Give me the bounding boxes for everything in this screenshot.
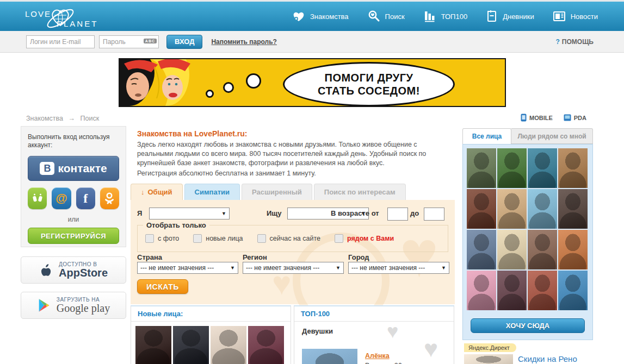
profile-photo[interactable] (558, 189, 588, 229)
social-login-prompt: Выполнить вход используя аккаунт: (28, 133, 119, 149)
seek-label: Ищу (267, 209, 282, 217)
remind-password-link[interactable]: Напомнить пароль? (211, 38, 276, 46)
person-icon (103, 192, 116, 205)
mobile-phone-icon (521, 114, 527, 122)
top100-profile-photo[interactable] (302, 349, 357, 364)
want-here-button[interactable]: ХОЧУ СЮДА (471, 318, 585, 333)
device-links: MOBILE PDA (462, 114, 593, 122)
page-description: Здесь легко находят любовь и знакомства … (137, 140, 453, 168)
breadcrumb-search[interactable]: Поиск (80, 115, 99, 122)
loveplanet-logo[interactable]: LOVE PLANET (25, 5, 107, 29)
checkbox-icon[interactable] (335, 234, 343, 243)
checkbox-icon[interactable] (257, 234, 266, 243)
checkbox-near-you[interactable]: рядом с Вами (335, 234, 394, 243)
new-face-photo[interactable] (173, 326, 209, 364)
nav-item-diaries[interactable]: Дневники (486, 10, 534, 23)
tab-general[interactable]: ↓ Общий (131, 184, 183, 200)
main-nav: Знакомства Поиск ТОП100 (292, 2, 598, 31)
profile-photo[interactable] (528, 230, 557, 269)
profile-photo[interactable] (558, 230, 588, 269)
loveplanet-homepage: LOVE PLANET Знакомства (0, 0, 624, 364)
odnoklassniki-login-button[interactable] (100, 187, 119, 209)
checkbox-new-faces[interactable]: новые лица (193, 234, 243, 243)
nav-item-dating[interactable]: Знакомства (292, 10, 349, 22)
new-faces-title[interactable]: Новые лица: (131, 306, 291, 322)
region-select[interactable]: --- не имеет значения --- ▼ (243, 262, 344, 274)
enter-button[interactable]: ВХОД (166, 35, 202, 49)
profile-photo[interactable] (558, 148, 588, 188)
profile-photo[interactable] (497, 148, 527, 188)
newspaper-icon (553, 10, 566, 22)
login-bar: ABC ВХОД Напомнить пароль? ?ПОМОЩЬ (0, 31, 624, 53)
heart-decoration-icon: ♥ (424, 337, 438, 361)
login-input[interactable] (26, 35, 95, 48)
social-icons-row: @ f (28, 187, 119, 209)
yaru-login-button[interactable] (28, 187, 47, 209)
country-select[interactable]: --- не имеет значения --- ▼ (137, 262, 238, 274)
googleplay-button[interactable]: ЗАГРУЗИТЬ НА Google play (21, 292, 126, 319)
register-button[interactable]: РЕГИСТРИРУЙСЯ (28, 228, 119, 244)
checkbox-icon[interactable] (193, 234, 202, 243)
i-select[interactable]: ▼ (149, 208, 230, 219)
checkbox-with-photo[interactable]: с фото (145, 234, 179, 243)
ad-banner[interactable]: ПОМОГИ ДРУГУ СТАТЬ СОСЕДОМ! (119, 58, 506, 107)
checkbox-icon[interactable] (145, 234, 154, 243)
pda-link[interactable]: PDA (564, 114, 586, 122)
appstore-button[interactable]: ДОСТУПНО В AppStore (21, 256, 126, 284)
tab-advanced[interactable]: Расширенный (242, 184, 312, 200)
profile-photo[interactable] (558, 271, 588, 310)
nav-item-search[interactable]: Поиск (367, 10, 405, 23)
mobile-label: MOBILE (529, 115, 553, 121)
profile-photo[interactable] (497, 230, 527, 269)
breadcrumb-dating[interactable]: Знакомства (26, 115, 63, 122)
age-from-input[interactable] (387, 208, 408, 221)
top100-profile-name[interactable]: Алёнка (365, 351, 415, 361)
city-label: Город (348, 253, 369, 261)
pda-label: PDA (574, 115, 586, 121)
search-button[interactable]: ИСКАТЬ (137, 279, 188, 294)
new-face-photo[interactable] (211, 326, 246, 364)
new-face-photo[interactable] (135, 326, 171, 364)
vkontakte-login-button[interactable]: В контакте (28, 156, 119, 181)
yandex-direct-label[interactable]: Яндекс.Директ (464, 343, 516, 352)
top100-profile-info: Алёнка Возраст: 26 лет Россия, Москва (365, 351, 415, 364)
facebook-login-button[interactable]: f (76, 187, 95, 209)
tab-all-faces[interactable]: Все лица (462, 128, 511, 144)
tab-interests[interactable]: Поиск по интересам (314, 184, 406, 200)
question-icon: ? (556, 38, 560, 46)
i-label: Я (137, 209, 142, 217)
nav-item-news[interactable]: Новости (553, 10, 598, 22)
down-arrow-icon: ↓ (141, 188, 145, 196)
profile-photo[interactable] (528, 271, 557, 310)
filter-fieldset: Отобрать только с фото новые лица сейчас… (137, 225, 448, 252)
logo-text-planet: PLANET (57, 19, 98, 28)
city-select[interactable]: --- не имеет значения --- ▼ (348, 262, 449, 274)
top100-title[interactable]: ТОП-100 (294, 306, 454, 322)
profile-photo[interactable] (467, 271, 496, 310)
profile-photo[interactable] (467, 189, 496, 229)
tab-people-nearby[interactable]: Люди рядом со мной (511, 128, 593, 144)
profile-photo[interactable] (467, 148, 496, 188)
ad-thumbnail[interactable] (464, 354, 513, 364)
ad-link[interactable]: Скидки на Рено (518, 354, 577, 363)
search-tabs: ↓ Общий Симпатии Расширенный Поиск по ин… (131, 184, 407, 200)
profile-photo[interactable] (528, 148, 557, 188)
profile-photo[interactable] (467, 230, 496, 269)
profile-photo[interactable] (497, 189, 527, 229)
google-play-icon (37, 298, 51, 313)
profile-photo[interactable] (497, 271, 527, 310)
checkbox-online-now[interactable]: сейчас на сайте (257, 234, 320, 243)
mobile-link[interactable]: MOBILE (521, 114, 553, 122)
faces-photo-grid (463, 145, 592, 314)
tab-label: Симпатии (195, 188, 230, 196)
help-link[interactable]: ?ПОМОЩЬ (556, 38, 594, 46)
mailru-login-button[interactable]: @ (52, 187, 71, 209)
profile-photo[interactable] (528, 189, 557, 229)
select-value: --- не имеет значения --- (140, 264, 214, 272)
gender-age-row: Я ▼ Ищу ▼ В возрасте от до (137, 208, 448, 221)
new-face-photo[interactable] (248, 326, 284, 364)
nav-item-top100[interactable]: ТОП100 (423, 10, 468, 22)
apple-icon (39, 262, 53, 278)
age-to-input[interactable] (424, 208, 444, 221)
tab-sympathies[interactable]: Симпатии (184, 184, 240, 200)
